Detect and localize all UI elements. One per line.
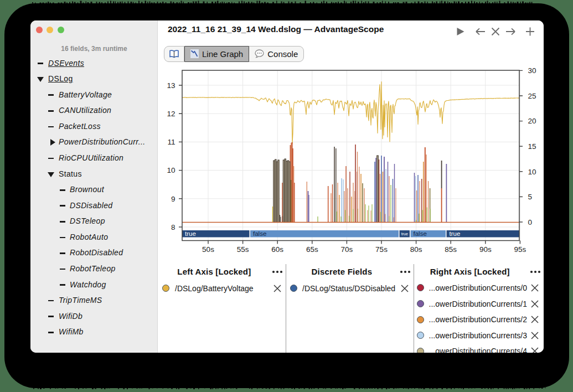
svg-text:10: 10 xyxy=(167,166,175,174)
svg-text:10: 10 xyxy=(528,168,536,176)
svg-text:30: 30 xyxy=(528,66,536,75)
svg-text:80s: 80s xyxy=(410,245,422,254)
svg-text:85s: 85s xyxy=(445,245,457,254)
svg-text:9: 9 xyxy=(171,195,175,203)
svg-text:95s: 95s xyxy=(514,245,526,254)
svg-text:50s: 50s xyxy=(202,245,214,254)
svg-text:11: 11 xyxy=(167,138,175,146)
svg-text:8: 8 xyxy=(171,223,175,231)
svg-text:5: 5 xyxy=(528,193,533,201)
svg-text:false: false xyxy=(414,230,427,237)
svg-text:70s: 70s xyxy=(341,245,353,254)
svg-text:55s: 55s xyxy=(237,245,249,254)
svg-text:13: 13 xyxy=(167,81,175,90)
svg-text:15: 15 xyxy=(528,142,536,151)
svg-text:20: 20 xyxy=(528,117,536,125)
svg-text:75s: 75s xyxy=(375,245,388,254)
svg-text:true: true xyxy=(185,230,196,237)
svg-text:false: false xyxy=(253,230,266,237)
svg-text:0: 0 xyxy=(528,218,533,226)
svg-text:12: 12 xyxy=(167,110,175,118)
svg-text:65s: 65s xyxy=(306,245,318,254)
svg-text:90s: 90s xyxy=(479,245,492,254)
svg-text:true: true xyxy=(401,232,408,236)
svg-text:true: true xyxy=(450,230,461,237)
svg-text:60s: 60s xyxy=(271,245,283,254)
svg-text:25: 25 xyxy=(528,92,536,100)
